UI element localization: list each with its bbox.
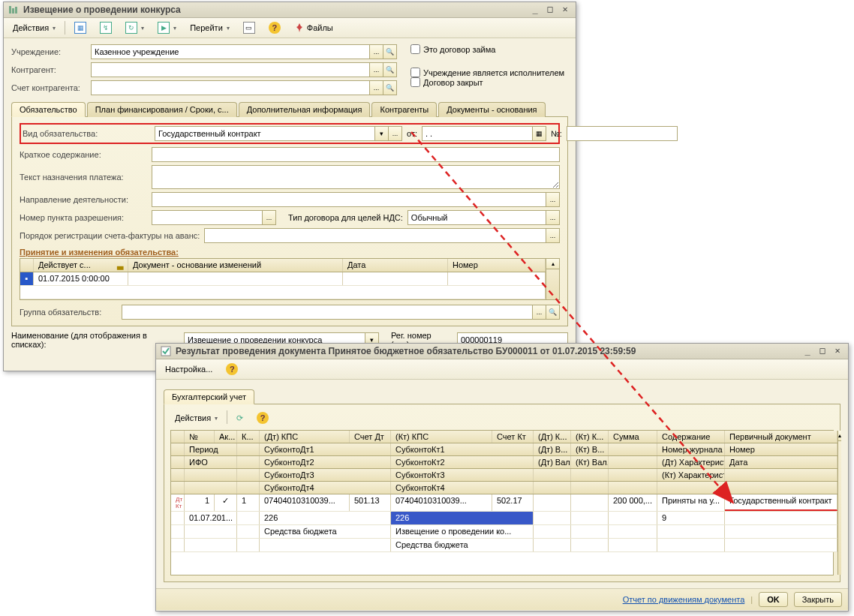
th-k[interactable]: К...: [237, 431, 260, 443]
permnum-select-btn[interactable]: ...: [263, 210, 276, 225]
th-skt1[interactable]: СубконтоКт1: [391, 443, 534, 455]
help-btn2[interactable]: ?: [221, 362, 242, 377]
minimize-button2[interactable]: _: [801, 346, 813, 356]
th-ktchar[interactable]: (Кт) Характеристи...: [657, 469, 725, 481]
th-ak[interactable]: Ак...: [215, 431, 237, 443]
tab-obligation[interactable]: Обязательство: [11, 102, 86, 117]
kind-input[interactable]: [155, 126, 375, 141]
org-input[interactable]: [91, 44, 370, 59]
help-btn3[interactable]: ?: [252, 410, 273, 425]
tab-docs[interactable]: Документы - основания: [438, 102, 545, 117]
vat-select-btn[interactable]: ...: [546, 210, 560, 225]
th-date[interactable]: Дата: [725, 456, 837, 468]
th-dtv[interactable]: (Дт) В...: [534, 443, 571, 455]
table-scrollbar[interactable]: ▴: [546, 259, 559, 299]
th-sdt3[interactable]: СубконтоДт3: [260, 469, 391, 481]
brief-input[interactable]: [152, 147, 560, 162]
refresh-btn2[interactable]: ⟳: [232, 410, 248, 425]
tab-plan[interactable]: План финансирования / Сроки, с...: [87, 102, 237, 117]
th-skt2[interactable]: СубконтоКт2: [391, 456, 534, 468]
permnum-input[interactable]: [152, 210, 263, 225]
contractor-input[interactable]: [91, 62, 370, 77]
th-content[interactable]: Содержание: [657, 431, 725, 443]
exec-checkbox[interactable]: [410, 68, 420, 77]
th-period[interactable]: Период: [185, 443, 237, 455]
org-search-btn[interactable]: 🔍: [383, 44, 397, 59]
maximize-button[interactable]: □: [544, 5, 556, 15]
grid-row[interactable]: Средства бюджета: [171, 539, 837, 552]
th-dtkps[interactable]: (Дт) КПС: [260, 431, 350, 443]
th-dtk[interactable]: (Дт) К...: [534, 431, 571, 443]
icon-btn-3[interactable]: ↻: [121, 20, 149, 35]
th-ktv[interactable]: (Кт) В...: [571, 443, 609, 455]
vat-input[interactable]: [407, 210, 546, 225]
th-skt3[interactable]: СубконтоКт3: [391, 469, 534, 481]
th-dtchar[interactable]: (Дт) Характерист...: [657, 456, 725, 468]
th-ktval[interactable]: (Кт) Вал. сумма: [571, 456, 609, 468]
dir-select-btn[interactable]: ...: [546, 192, 560, 207]
ok-button[interactable]: OK: [759, 592, 788, 607]
th-from[interactable]: Действует с...▃: [34, 259, 128, 272]
table-row[interactable]: ▪ 01.07.2015 0:00:00: [20, 272, 546, 286]
th-journal[interactable]: Номер журнала: [657, 443, 725, 455]
from-input[interactable]: [422, 126, 533, 141]
grid-row[interactable]: Средства бюджета Извещение о проведении …: [171, 525, 837, 539]
invreg-input[interactable]: [204, 228, 546, 243]
tab-extra[interactable]: Дополнительная информация: [239, 102, 371, 117]
contractor-search-btn[interactable]: 🔍: [383, 62, 397, 77]
maximize-button2[interactable]: □: [816, 346, 828, 356]
close-button[interactable]: ✕: [559, 5, 571, 15]
loan-checkbox[interactable]: [410, 44, 420, 54]
kind-dd-btn[interactable]: ▾: [375, 126, 389, 141]
group-select-btn[interactable]: ...: [533, 305, 546, 320]
th-schdt[interactable]: Счет Дт: [350, 431, 391, 443]
th-sdt1[interactable]: СубконтоДт1: [260, 443, 391, 455]
close-button2[interactable]: ✕: [831, 346, 843, 356]
acct-select-btn[interactable]: ...: [370, 80, 383, 95]
tab-accounting[interactable]: Бухгалтерский учет: [164, 389, 254, 404]
acct-input[interactable]: [91, 80, 370, 95]
from-cal-btn[interactable]: ▦: [533, 126, 546, 141]
icon-btn-4[interactable]: ▶: [153, 20, 181, 35]
actions-menu[interactable]: Действия: [8, 22, 60, 34]
th-sum[interactable]: Сумма: [609, 431, 657, 443]
th-doc[interactable]: Первичный документ: [725, 431, 837, 443]
grid-row[interactable]: 01.07.201... 226 226 9: [171, 512, 837, 525]
th-sdt2[interactable]: СубконтоДт2: [260, 456, 391, 468]
icon-btn-2[interactable]: ↯: [95, 20, 116, 35]
actions-menu2[interactable]: Действия: [170, 410, 222, 425]
report-link[interactable]: Отчет по движениям документа: [623, 595, 745, 604]
group-input[interactable]: [122, 305, 533, 320]
th-ifo[interactable]: ИФО: [185, 456, 237, 468]
minimize-button[interactable]: _: [529, 5, 541, 15]
paytext-input[interactable]: [152, 165, 560, 189]
th-ktk[interactable]: (Кт) К...: [571, 431, 609, 443]
close-btn[interactable]: Закрыть: [794, 592, 842, 607]
invreg-select-btn[interactable]: ...: [546, 228, 560, 243]
th-n[interactable]: №: [185, 431, 215, 443]
contractor-select-btn[interactable]: ...: [370, 62, 383, 77]
kind-select-btn[interactable]: ...: [389, 126, 402, 141]
th-sdt4[interactable]: СубконтоДт4: [260, 482, 391, 494]
grid-row[interactable]: ДтКт 1 ✓ 1 07404010310039... 501.13 0740…: [171, 494, 837, 512]
th-num[interactable]: Номер: [725, 443, 837, 455]
th-doc[interactable]: Документ - основание изменений: [128, 259, 343, 272]
org-select-btn[interactable]: ...: [370, 44, 383, 59]
th-num[interactable]: Номер: [448, 259, 546, 272]
files-button[interactable]: Файлы: [290, 21, 338, 35]
dir-input[interactable]: [152, 192, 546, 207]
group-search-btn[interactable]: 🔍: [546, 305, 560, 320]
th-dtval[interactable]: (Дт) Вал. сумма: [534, 456, 571, 468]
grid-scrollbar[interactable]: ▴: [837, 431, 841, 575]
acct-search-btn[interactable]: 🔍: [383, 80, 397, 95]
icon-btn-1[interactable]: ▦: [70, 20, 91, 35]
th-ktkps[interactable]: (Кт) КПС: [391, 431, 492, 443]
tab-contractors[interactable]: Контрагенты: [371, 102, 437, 117]
th-date[interactable]: Дата: [343, 259, 448, 272]
help-btn[interactable]: ?: [264, 20, 285, 35]
nav-menu[interactable]: Перейти: [185, 22, 234, 34]
settings-button[interactable]: Настройка...: [161, 363, 217, 375]
th-schkt[interactable]: Счет Кт: [492, 431, 534, 443]
th-skt4[interactable]: СубконтоКт4: [391, 482, 534, 494]
icon-btn-5[interactable]: ▭: [239, 20, 260, 35]
